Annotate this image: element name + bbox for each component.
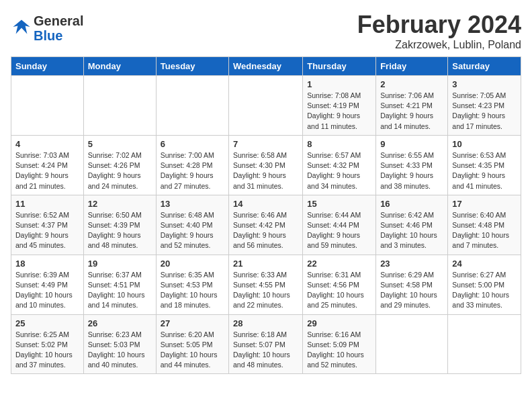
calendar-cell	[448, 314, 521, 374]
day-number: 8	[307, 139, 371, 149]
day-number: 1	[307, 79, 371, 89]
weekday-header-sunday: Sunday	[11, 57, 84, 76]
day-number: 22	[307, 259, 371, 269]
calendar-cell: 26Sunrise: 6:23 AM Sunset: 5:03 PM Dayli…	[83, 314, 156, 374]
calendar-cell	[156, 76, 228, 136]
day-info: Sunrise: 6:35 AM Sunset: 4:53 PM Dayligh…	[161, 270, 224, 311]
calendar-week-row: 4Sunrise: 7:03 AM Sunset: 4:24 PM Daylig…	[11, 135, 521, 195]
calendar-cell: 17Sunrise: 6:40 AM Sunset: 4:48 PM Dayli…	[448, 195, 521, 255]
day-info: Sunrise: 6:52 AM Sunset: 4:37 PM Dayligh…	[15, 210, 79, 251]
day-number: 28	[233, 318, 298, 328]
day-number: 17	[452, 199, 517, 209]
day-info: Sunrise: 6:48 AM Sunset: 4:40 PM Dayligh…	[161, 210, 224, 251]
day-info: Sunrise: 6:37 AM Sunset: 4:51 PM Dayligh…	[88, 270, 152, 311]
day-info: Sunrise: 7:05 AM Sunset: 4:23 PM Dayligh…	[452, 91, 517, 132]
day-number: 5	[88, 139, 152, 149]
calendar-cell: 11Sunrise: 6:52 AM Sunset: 4:37 PM Dayli…	[11, 195, 84, 255]
day-info: Sunrise: 6:50 AM Sunset: 4:39 PM Dayligh…	[88, 210, 152, 251]
day-info: Sunrise: 6:40 AM Sunset: 4:48 PM Dayligh…	[452, 210, 517, 251]
calendar-week-row: 25Sunrise: 6:25 AM Sunset: 5:02 PM Dayli…	[11, 314, 521, 374]
day-number: 20	[161, 259, 224, 269]
day-info: Sunrise: 6:31 AM Sunset: 4:56 PM Dayligh…	[307, 270, 371, 311]
calendar-cell	[376, 314, 448, 374]
calendar-cell: 6Sunrise: 7:00 AM Sunset: 4:28 PM Daylig…	[156, 135, 228, 195]
calendar-cell: 27Sunrise: 6:20 AM Sunset: 5:05 PM Dayli…	[156, 314, 228, 374]
calendar-cell	[229, 76, 303, 136]
weekday-header-saturday: Saturday	[448, 57, 521, 76]
weekday-header-friday: Friday	[376, 57, 448, 76]
calendar-cell: 13Sunrise: 6:48 AM Sunset: 4:40 PM Dayli…	[156, 195, 228, 255]
day-info: Sunrise: 6:58 AM Sunset: 4:30 PM Dayligh…	[233, 150, 298, 191]
calendar-cell: 24Sunrise: 6:27 AM Sunset: 5:00 PM Dayli…	[448, 255, 521, 314]
weekday-header-wednesday: Wednesday	[229, 57, 303, 76]
day-number: 21	[233, 259, 298, 269]
day-number: 24	[452, 259, 517, 269]
calendar-cell: 4Sunrise: 7:03 AM Sunset: 4:24 PM Daylig…	[11, 135, 84, 195]
day-info: Sunrise: 6:53 AM Sunset: 4:35 PM Dayligh…	[452, 150, 517, 191]
day-number: 12	[88, 199, 152, 209]
calendar-cell: 18Sunrise: 6:39 AM Sunset: 4:49 PM Dayli…	[11, 255, 84, 314]
day-info: Sunrise: 7:06 AM Sunset: 4:21 PM Dayligh…	[380, 91, 443, 132]
day-number: 25	[15, 318, 79, 328]
day-number: 2	[380, 79, 443, 89]
day-info: Sunrise: 6:20 AM Sunset: 5:05 PM Dayligh…	[161, 330, 224, 371]
weekday-header-monday: Monday	[83, 57, 156, 76]
day-number: 23	[380, 259, 443, 269]
day-info: Sunrise: 6:33 AM Sunset: 4:55 PM Dayligh…	[233, 270, 298, 311]
title-area: February 2024 Zakrzowek, Lublin, Poland	[357, 11, 521, 51]
logo-bird-icon	[12, 17, 31, 36]
calendar-cell	[83, 76, 156, 136]
calendar-cell: 20Sunrise: 6:35 AM Sunset: 4:53 PM Dayli…	[156, 255, 228, 314]
day-info: Sunrise: 6:44 AM Sunset: 4:44 PM Dayligh…	[307, 210, 371, 251]
calendar-cell: 28Sunrise: 6:18 AM Sunset: 5:07 PM Dayli…	[229, 314, 303, 374]
calendar-cell: 3Sunrise: 7:05 AM Sunset: 4:23 PM Daylig…	[448, 76, 521, 136]
calendar-week-row: 18Sunrise: 6:39 AM Sunset: 4:49 PM Dayli…	[11, 255, 521, 314]
day-info: Sunrise: 6:42 AM Sunset: 4:46 PM Dayligh…	[380, 210, 443, 251]
day-info: Sunrise: 6:23 AM Sunset: 5:03 PM Dayligh…	[88, 330, 152, 371]
calendar-cell: 2Sunrise: 7:06 AM Sunset: 4:21 PM Daylig…	[376, 76, 448, 136]
location-subtitle: Zakrzowek, Lublin, Poland	[357, 39, 521, 51]
calendar-cell: 1Sunrise: 7:08 AM Sunset: 4:19 PM Daylig…	[303, 76, 376, 136]
day-info: Sunrise: 6:18 AM Sunset: 5:07 PM Dayligh…	[233, 330, 298, 371]
day-number: 3	[452, 79, 517, 89]
month-year-title: February 2024	[357, 11, 521, 39]
calendar-cell	[11, 76, 84, 136]
day-info: Sunrise: 7:00 AM Sunset: 4:28 PM Dayligh…	[161, 150, 224, 191]
day-number: 16	[380, 199, 443, 209]
svg-marker-0	[13, 20, 30, 34]
calendar-cell: 5Sunrise: 7:02 AM Sunset: 4:26 PM Daylig…	[83, 135, 156, 195]
calendar-cell: 15Sunrise: 6:44 AM Sunset: 4:44 PM Dayli…	[303, 195, 376, 255]
calendar-table: SundayMondayTuesdayWednesdayThursdayFrid…	[11, 56, 521, 374]
calendar-cell: 29Sunrise: 6:16 AM Sunset: 5:09 PM Dayli…	[303, 314, 376, 374]
day-number: 29	[307, 318, 371, 328]
day-number: 27	[161, 318, 224, 328]
page-header: General Blue February 2024 Zakrzowek, Lu…	[11, 11, 521, 51]
day-number: 4	[15, 139, 79, 149]
day-info: Sunrise: 6:46 AM Sunset: 4:42 PM Dayligh…	[233, 210, 298, 251]
weekday-header-tuesday: Tuesday	[156, 57, 228, 76]
day-info: Sunrise: 7:08 AM Sunset: 4:19 PM Dayligh…	[307, 91, 371, 132]
day-info: Sunrise: 6:27 AM Sunset: 5:00 PM Dayligh…	[452, 270, 517, 311]
calendar-cell: 23Sunrise: 6:29 AM Sunset: 4:58 PM Dayli…	[376, 255, 448, 314]
day-number: 6	[161, 139, 224, 149]
day-info: Sunrise: 6:57 AM Sunset: 4:32 PM Dayligh…	[307, 150, 371, 191]
day-number: 11	[15, 199, 79, 209]
calendar-week-row: 1Sunrise: 7:08 AM Sunset: 4:19 PM Daylig…	[11, 76, 521, 136]
day-number: 13	[161, 199, 224, 209]
day-info: Sunrise: 6:16 AM Sunset: 5:09 PM Dayligh…	[307, 330, 371, 371]
weekday-header-thursday: Thursday	[303, 57, 376, 76]
calendar-body: 1Sunrise: 7:08 AM Sunset: 4:19 PM Daylig…	[11, 76, 521, 374]
day-number: 19	[88, 259, 152, 269]
day-number: 9	[380, 139, 443, 149]
day-info: Sunrise: 7:02 AM Sunset: 4:26 PM Dayligh…	[88, 150, 152, 191]
day-info: Sunrise: 7:03 AM Sunset: 4:24 PM Dayligh…	[15, 150, 79, 191]
day-number: 26	[88, 318, 152, 328]
calendar-cell: 21Sunrise: 6:33 AM Sunset: 4:55 PM Dayli…	[229, 255, 303, 314]
day-info: Sunrise: 6:39 AM Sunset: 4:49 PM Dayligh…	[15, 270, 79, 311]
day-info: Sunrise: 6:25 AM Sunset: 5:02 PM Dayligh…	[15, 330, 79, 371]
logo-general: General	[34, 13, 83, 28]
calendar-cell: 19Sunrise: 6:37 AM Sunset: 4:51 PM Dayli…	[83, 255, 156, 314]
day-number: 7	[233, 139, 298, 149]
calendar-cell: 22Sunrise: 6:31 AM Sunset: 4:56 PM Dayli…	[303, 255, 376, 314]
calendar-cell: 8Sunrise: 6:57 AM Sunset: 4:32 PM Daylig…	[303, 135, 376, 195]
